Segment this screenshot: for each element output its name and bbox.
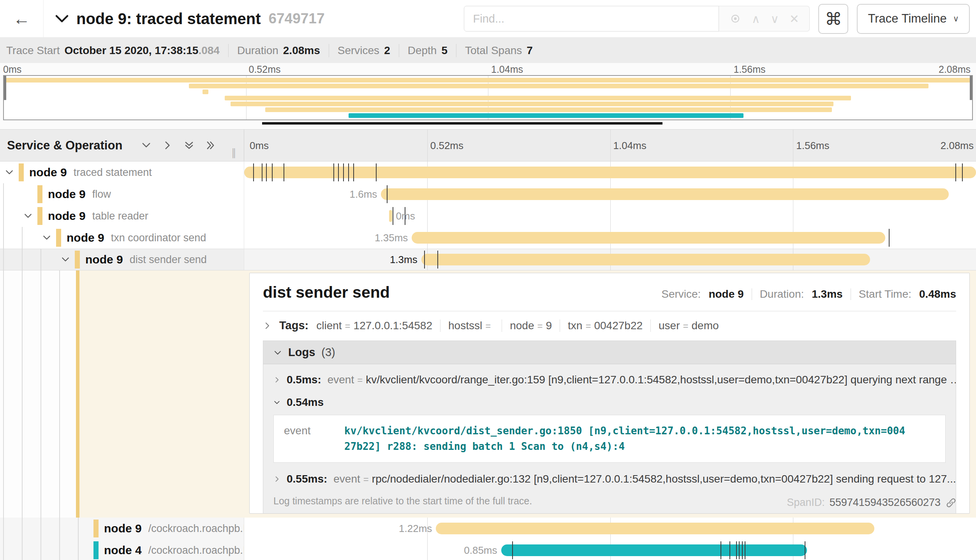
log-value: kv/kvclient/kvcoord/dist_sender.go:1850 … (344, 423, 908, 455)
span-row[interactable]: node 9dist sender send1.3ms (0, 249, 976, 270)
log-timestamp: 0.55ms: (287, 473, 327, 485)
span-row-timeline-cell: 1.22ms (244, 518, 976, 539)
ruler-tick-label: 0.52ms (249, 64, 281, 75)
log-tick (729, 541, 730, 559)
log-tick (376, 163, 377, 181)
chevron-right-icon (273, 476, 280, 483)
prev-result-icon[interactable]: ∧ (752, 12, 760, 26)
log-tick (387, 185, 388, 203)
chevron-down-icon: ∨ (953, 14, 959, 23)
log-tick (343, 163, 344, 181)
span-id-row: SpanID: 5597415943526560273 (787, 497, 957, 509)
log-tick (338, 163, 339, 181)
span-bar[interactable] (421, 254, 870, 265)
find-result-controls: ∧ ∨ ✕ (719, 6, 810, 32)
service-name: node 9 (67, 231, 104, 244)
indent-guide (3, 227, 4, 249)
service-value: node 9 (708, 288, 743, 300)
collapse-title-chevron-icon[interactable] (55, 14, 69, 23)
minimap-viewport[interactable] (3, 75, 973, 120)
detail-span-title: dist sender send (263, 283, 390, 302)
view-selector-button[interactable]: Trace Timeline ∨ (857, 4, 970, 34)
page-title: node 9: traced statement (76, 10, 261, 28)
trace-start-label: Trace Start (6, 44, 60, 57)
span-row[interactable]: node 9/cockroach.roachpb.I...1.22ms (0, 518, 976, 539)
minimap-span-bar (189, 84, 928, 88)
keyboard-shortcuts-button[interactable]: ⌘ (818, 4, 848, 34)
gridline (793, 205, 793, 227)
span-row-name-cell: node 9table reader (0, 205, 244, 227)
expander-chevron-icon[interactable] (5, 168, 14, 177)
service-color-block (56, 229, 61, 247)
back-button[interactable]: ← (0, 0, 44, 37)
span-row[interactable]: node 9table reader0ms (0, 205, 976, 227)
trace-id-short: 6749717 (268, 11, 324, 27)
minimap-span-bar (225, 96, 851, 100)
find-input[interactable] (464, 6, 719, 32)
service-color-block (93, 541, 99, 559)
service-color-block (37, 207, 42, 225)
log-tick (512, 541, 513, 559)
operation-name: dist sender send (130, 254, 207, 266)
span-bar[interactable] (501, 544, 807, 556)
link-icon[interactable] (945, 497, 957, 509)
log-tick (889, 229, 890, 247)
collapse-all-icon[interactable] (184, 140, 194, 151)
log-tick (272, 163, 273, 181)
minimap-drag-handle[interactable] (970, 76, 972, 100)
minimap-drag-handle[interactable] (4, 76, 6, 100)
log-entry[interactable]: 0.5ms: event = kv/kvclient/kvcoord/range… (263, 374, 956, 386)
tags-row[interactable]: Tags: client=127.0.0.1:54582 hostssl= no… (263, 319, 956, 332)
gridline (610, 205, 611, 227)
span-bar[interactable] (389, 210, 392, 222)
next-result-icon[interactable]: ∨ (770, 12, 779, 26)
log-entry-header[interactable]: 0.54ms (273, 396, 946, 409)
indent-guide (3, 539, 4, 560)
topbar-actions: ∧ ∨ ✕ ⌘ Trace Timeline ∨ (464, 4, 970, 34)
expander-chevron-icon[interactable] (23, 211, 33, 221)
collapse-one-icon[interactable] (141, 140, 152, 151)
service-operation-title: Service & Operation (7, 139, 122, 153)
span-row[interactable]: node 9flow1.6ms (0, 183, 976, 205)
operation-name: traced statement (74, 167, 152, 179)
expand-one-icon[interactable] (162, 140, 173, 151)
indent-guide (59, 518, 60, 539)
log-tick (739, 541, 740, 559)
column-resize-grip[interactable]: ∥ (231, 147, 238, 159)
divider (456, 44, 456, 57)
span-row[interactable]: node 9traced statement (0, 162, 976, 183)
span-bar[interactable] (412, 232, 885, 244)
locate-icon[interactable] (729, 13, 741, 25)
trace-summary-bar: Trace Start October 15 2020, 17:38:15.08… (0, 38, 976, 63)
span-row[interactable]: node 4/cockroach.roachpb.I...0.85ms (0, 539, 976, 560)
indent-guide (22, 227, 23, 249)
span-rows-bottom: node 9/cockroach.roachpb.I...1.22msnode … (0, 518, 976, 560)
detail-header: dist sender send Service:node 9 Duration… (263, 283, 956, 302)
service-name: node 9 (104, 522, 142, 535)
detail-meta: Service:node 9 Duration:1.3ms Start Time… (661, 288, 956, 300)
service-name: node 9 (85, 253, 123, 266)
span-row-name-cell: node 9/cockroach.roachpb.I... (0, 518, 244, 539)
tags-label: Tags: (279, 319, 308, 332)
minimap-scrubber[interactable] (262, 122, 662, 125)
span-row[interactable]: node 9txn coordinator send1.35ms (0, 227, 976, 249)
span-bar[interactable] (381, 188, 949, 200)
clear-search-icon[interactable]: ✕ (789, 12, 799, 26)
span-bar[interactable] (436, 523, 874, 534)
expand-all-icon[interactable] (205, 140, 216, 151)
gridline (427, 539, 428, 560)
operation-name: txn coordinator send (111, 232, 206, 244)
ruler-tick-label: 1.56ms (734, 64, 766, 75)
expander-chevron-icon[interactable] (42, 233, 51, 242)
find-group: ∧ ∨ ✕ (464, 6, 810, 32)
logs-header[interactable]: Logs (3) (263, 341, 956, 364)
minimap-span-bar (231, 102, 834, 106)
minimap-span-bar (349, 113, 743, 118)
log-entry-expanded: 0.54ms event kv/kvclient/kvcoord/dist_se… (263, 396, 956, 463)
services-label: Services (338, 44, 379, 57)
logs-label: Logs (288, 346, 315, 359)
expander-chevron-icon[interactable] (61, 255, 70, 264)
minimap-ruler: 0ms0.52ms1.04ms1.56ms2.08ms (3, 64, 973, 75)
command-icon: ⌘ (825, 9, 842, 29)
log-entry[interactable]: 0.55ms: event = rpc/nodedialer/nodediale… (263, 473, 956, 485)
